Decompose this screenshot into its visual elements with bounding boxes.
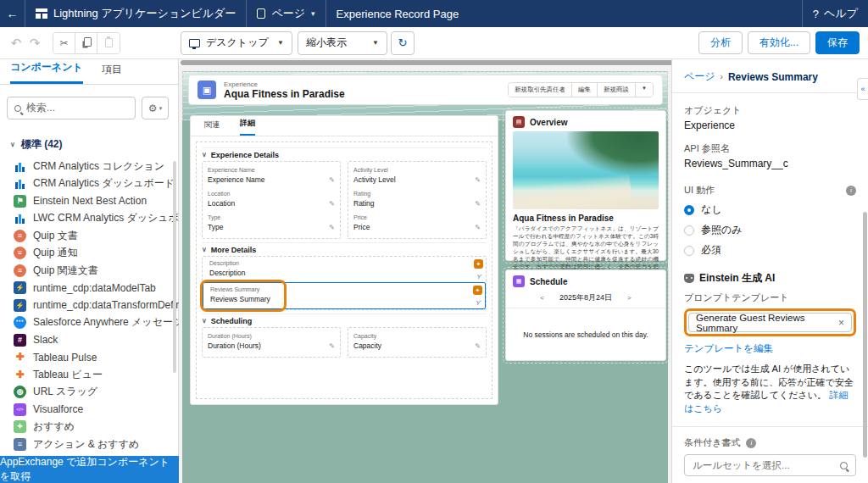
component-item[interactable]: ≡Quip 通知 [0,245,173,263]
component-item[interactable]: </>Visualforce [0,401,173,419]
record-highlights-panel[interactable]: ▣ Experience Aqua Fitness in Paradise 新規… [188,75,663,105]
component-item[interactable]: LWC CRM Analytics ダッシュボー... [0,210,173,228]
tab-related[interactable]: 関連 [204,119,220,136]
redo-icon[interactable]: ↷ [25,36,44,51]
section-more-details[interactable]: ∨ More Details [202,242,487,256]
edit-pencil-icon[interactable]: ✎ [475,342,481,350]
ai-generate-icon[interactable]: ϒ [476,273,481,280]
back-button[interactable]: ← [0,0,25,27]
component-item[interactable]: ≡アクション & おすすめ [0,436,173,453]
component-item[interactable]: CRM Analytics ダッシュボード [0,175,173,193]
radio-read-only[interactable]: 参照のみ [684,223,856,237]
info-icon[interactable]: i [846,186,856,196]
field-activity-level[interactable]: Activity Level Activity Level✎ [353,164,481,188]
schedule-component[interactable]: ▦ Schedule < 2025年8月24日 > No sessions ar… [505,269,666,361]
record-title: Aqua Fitness in Paradise [224,88,345,100]
undo-icon[interactable]: ↶ [7,36,25,51]
edit-pencil-icon[interactable]: ✎ [475,176,481,184]
gear-icon: ⚙ [148,103,158,114]
chevron-down-icon: ∨ [202,317,207,325]
radio-none[interactable]: なし [684,203,856,217]
component-item[interactable]: CRM Analytics コレクション [0,158,173,175]
component-item[interactable]: ⚡runtime_cdp:dataModelTab [0,280,173,297]
component-item[interactable]: ✚Tableau ビュー [0,366,173,384]
radio-required[interactable]: 必須 [684,243,856,258]
component-item[interactable]: ≡Quip 文書 [0,227,173,245]
info-icon[interactable]: i [746,438,756,448]
component-item[interactable]: ✚Tableau Pulse [0,349,173,367]
api-name-label: API 参照名 [684,142,856,155]
edit-pencil-icon[interactable]: ✎ [475,200,481,208]
activate-button[interactable]: 有効化... [748,31,810,54]
appexchange-footer-button[interactable]: AppExchange で追加コンポーネントを取得 [0,456,179,483]
field-duration[interactable]: Duration (Hours) Duration (Hours)✎ [202,327,341,358]
tab-components[interactable]: コンポーネント [10,60,83,84]
pages-menu[interactable]: ページ ▾ [247,0,326,27]
panel-scrollbar[interactable] [863,212,867,458]
edit-template-link[interactable]: テンプレートを編集 [684,342,856,355]
edit-pencil-icon[interactable]: ✎ [329,224,335,231]
component-item[interactable]: ✦おすすめ [0,419,173,436]
component-item[interactable]: ≡Quip 関連文書 [0,262,173,280]
next-day-button[interactable]: > [627,294,632,302]
scheduling-field-columns: Duration (Hours) Duration (Hours)✎ Capac… [202,327,487,358]
tab-details[interactable]: 詳細 [240,118,255,136]
field-capacity[interactable]: Capacity Capacity✎ [348,327,487,358]
field-reviews-summary-selected[interactable]: Reviews Summary Reviews Summary ✦ ϒ [203,282,486,309]
scrollbar-thumb[interactable] [181,60,710,65]
new-opportunity-button[interactable]: 新規商談 [598,83,636,97]
ruleset-select-input[interactable]: ルールセットを選択... [684,454,856,476]
section-scheduling[interactable]: ∨ Scheduling [202,314,487,327]
device-select[interactable]: デスクトップ ▼ [181,31,292,55]
field-description[interactable]: Description Description ✦ ϒ [203,257,486,282]
overview-component[interactable]: ▤ Overview Aqua Fitness in Paradise 「パラダ… [505,110,666,261]
sidebar-scrollbar[interactable] [173,161,176,373]
field-rating[interactable]: Rating Rating✎ [353,188,481,212]
tab-fields[interactable]: 項目 [102,63,122,84]
save-button[interactable]: 保存 [815,31,860,54]
refresh-button[interactable]: ↻ [391,31,415,55]
cut-button[interactable]: ✂ [53,33,75,53]
standard-section-header[interactable]: ∨ 標準 (42) [10,137,63,152]
component-item[interactable]: ⚡runtime_cdp:dataTransformDefin... [0,297,173,314]
collapse-panel-tab[interactable]: « [857,78,868,100]
chevron-down-icon: ∨ [10,141,15,148]
more-actions-button[interactable]: ▼ [636,83,653,97]
edit-pencil-icon[interactable]: ✎ [329,200,335,208]
help-button[interactable]: ? ヘルプ [802,0,868,27]
breadcrumb-page-link[interactable]: ページ [684,69,715,84]
component-item[interactable]: #Slack [0,331,173,349]
edit-pencil-icon[interactable]: ✎ [329,176,335,184]
new-contact-button[interactable]: 新規取引先責任者 [509,83,572,97]
annotation-highlight-prompt: Generate Guest Reviews Summary × [684,308,856,336]
scissors-icon: ✂ [59,37,68,49]
edit-pencil-icon[interactable]: ✎ [475,224,481,231]
section-experience-details[interactable]: ∨ Experience Details [202,147,487,161]
record-detail-component[interactable]: 関連 詳細 ∨ Experience Details Experience Na… [190,115,498,405]
page-canvas: ▣ Experience Aqua Fitness in Paradise 新規… [179,66,671,483]
components-sidebar: コンポーネント 項目 検索... ⚙▾ ∨ 標準 (42) CRM Analyt… [0,59,179,483]
ai-generate-icon[interactable]: ϒ [476,299,481,307]
component-search-input[interactable]: 検索... [7,97,136,119]
field-location[interactable]: Location Location✎ [208,188,335,212]
previous-day-button[interactable]: < [540,294,544,302]
clear-icon[interactable]: × [838,317,844,329]
field-type[interactable]: Type Type✎ [208,212,335,236]
component-item[interactable]: ⚑Einstein Next Best Action [0,192,173,210]
component-settings-button[interactable]: ⚙▾ [142,97,169,119]
field-price[interactable]: Price Price✎ [353,212,481,236]
component-item[interactable]: ⋯Salesforce Anywhere メッセージ [0,314,173,332]
lightning-icon: ⚡ [14,299,26,312]
edit-button[interactable]: 編集 [572,83,598,97]
prompt-template-input[interactable]: Generate Guest Reviews Summary × [688,313,852,332]
page-icon [257,8,265,19]
view-mode-select[interactable]: 縮小表示 ▼ [298,31,387,55]
paste-button[interactable] [97,33,120,53]
component-item[interactable]: ⊕URL スラッグ [0,384,173,402]
copy-button[interactable] [75,33,97,53]
edit-pencil-icon[interactable]: ✎ [329,342,335,350]
record-action-group: 新規取引先責任者 編集 新規商談 ▼ [508,82,654,97]
page-name: Experience Record Page [337,8,459,20]
analyze-button[interactable]: 分析 [698,31,743,54]
field-experience-name[interactable]: Experience Name Experience Name✎ [208,164,335,188]
